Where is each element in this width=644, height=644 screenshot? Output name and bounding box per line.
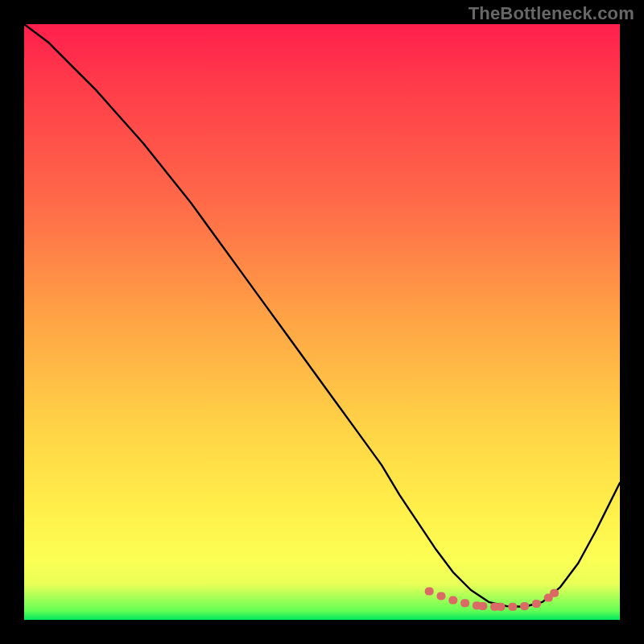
curve-layer xyxy=(24,24,620,620)
optimal-marker xyxy=(520,602,529,610)
optimal-marker xyxy=(508,603,517,611)
optimal-marker xyxy=(497,603,506,611)
bottleneck-curve xyxy=(24,24,620,607)
optimal-marker xyxy=(437,592,446,600)
watermark-text: TheBottleneck.com xyxy=(469,3,634,24)
chart-frame: TheBottleneck.com xyxy=(0,0,644,644)
plot-area xyxy=(24,24,620,620)
optimal-marker xyxy=(550,589,559,597)
optimal-marker xyxy=(532,600,541,608)
optimal-marker xyxy=(460,599,469,607)
optimal-marker xyxy=(448,597,457,605)
optimal-marker xyxy=(478,602,487,610)
optimal-marker xyxy=(425,587,434,595)
optimal-range-markers xyxy=(425,587,559,610)
